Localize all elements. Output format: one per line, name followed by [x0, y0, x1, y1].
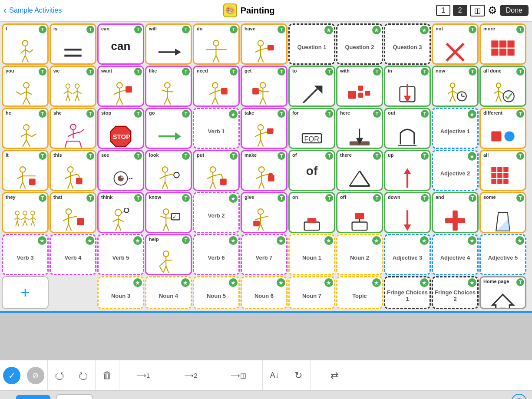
cell-they[interactable]: Tthey — [2, 192, 49, 233]
settings-button[interactable]: ⚙ — [488, 4, 497, 16]
cell-adjective-2[interactable]: ★ Adjective 2 — [432, 150, 479, 191]
cell-with[interactable]: Twith — [336, 66, 383, 107]
cell-out[interactable]: Tout — [384, 108, 431, 149]
cell-noun-6[interactable]: ★ Noun 6 — [241, 276, 287, 309]
cell-verb-5[interactable]: ★ Verb 5 — [97, 234, 144, 275]
cell-more[interactable]: Tmore — [479, 23, 526, 65]
cell-think[interactable]: Tthink — [97, 192, 144, 233]
cell-some[interactable]: Tsome — [479, 192, 526, 233]
help-button[interactable]: ? — [511, 394, 527, 399]
cell-will[interactable]: Twill — [145, 23, 192, 65]
cell-help[interactable]: Thelp — [145, 234, 192, 275]
cell-up[interactable]: Tup — [384, 150, 431, 191]
cell-noun-4[interactable]: ★ Noun 4 — [145, 276, 192, 309]
cell-do[interactable]: Tdo — [193, 23, 240, 65]
refresh-button[interactable]: ↻ — [287, 360, 311, 390]
cell-question-2[interactable]: ★ Question 2 — [336, 23, 383, 65]
cell-stop[interactable]: Tstop STOP — [97, 108, 144, 149]
pages-icon[interactable]: ◫ — [470, 5, 485, 16]
cell-here[interactable]: There — [336, 108, 383, 149]
svg-line-18 — [255, 49, 261, 52]
cell-can[interactable]: Tcan can — [97, 23, 144, 65]
button-type-button[interactable]: Button — [16, 395, 50, 399]
cell-it[interactable]: Tit — [2, 150, 49, 191]
cell-of[interactable]: Tof of — [288, 150, 335, 191]
back-button[interactable]: ‹ Sample Activities — [3, 5, 62, 16]
cell-that[interactable]: Tthat — [50, 192, 96, 233]
cell-noun-3[interactable]: ★ Noun 3 — [97, 276, 144, 309]
cell-question-1[interactable]: ★ Question 1 — [288, 23, 335, 65]
cell-adjective-5[interactable]: ★ Adjective 5 — [479, 234, 526, 275]
cell-give[interactable]: Tgive — [241, 192, 287, 233]
cell-adjective-1[interactable]: ★ Adjective 1 — [432, 108, 479, 149]
cell-verb-1[interactable]: ★ Verb 1 — [193, 108, 240, 149]
cell-this[interactable]: Tthis — [50, 150, 96, 191]
cell-make[interactable]: Tmake — [241, 150, 287, 191]
cell-put[interactable]: Tput — [193, 150, 240, 191]
cell-go[interactable]: Tgo — [145, 108, 192, 149]
cell-not[interactable]: Tnot — [432, 23, 479, 65]
cell-label-text: Noun 3 — [109, 293, 132, 299]
cell-noun-7[interactable]: ★ Noun 7 — [288, 276, 335, 309]
add-cell-button[interactable]: + — [2, 276, 49, 309]
cell-to[interactable]: Tto — [288, 66, 335, 107]
cell-adjective-4[interactable]: ★ Adjective 4 — [432, 234, 479, 275]
cell-adjective-3[interactable]: ★ Adjective 3 — [384, 234, 431, 275]
done-button[interactable]: Done — [500, 5, 529, 16]
cell-home-page[interactable]: THome page — [479, 276, 526, 309]
cell-label-text: there — [340, 152, 352, 158]
cell-look[interactable]: Tlook — [145, 150, 192, 191]
folder-type-button[interactable]: Folder — [56, 394, 93, 399]
import-button[interactable]: ⭯ — [48, 360, 72, 390]
cell-you[interactable]: Tyou — [2, 66, 49, 107]
cell-on[interactable]: Ton — [288, 192, 335, 233]
cell-verb-6[interactable]: ★ Verb 6 — [193, 234, 240, 275]
cell-there[interactable]: Tthere — [336, 150, 383, 191]
cell-he[interactable]: The — [2, 108, 49, 149]
check-button[interactable]: ✓ — [0, 360, 24, 390]
cell-take[interactable]: Ttake — [241, 108, 287, 149]
cell-all-done[interactable]: Tall done — [479, 66, 526, 107]
cell-she[interactable]: Tshe — [50, 108, 96, 149]
cell-verb-4[interactable]: ★ Verb 4 — [50, 234, 96, 275]
sort-button[interactable]: A↓ — [263, 360, 287, 390]
cell-verb-2[interactable]: ★ Verb 2 — [193, 192, 240, 233]
move-page2-button[interactable]: ⟶2 — [167, 360, 215, 390]
cell-down[interactable]: Tdown — [384, 192, 431, 233]
cell-different[interactable]: Tdifferent — [479, 108, 526, 149]
cell-want[interactable]: Twant — [97, 66, 144, 107]
cell-is[interactable]: Tis — [50, 23, 96, 65]
cell-get[interactable]: Tget — [241, 66, 287, 107]
cell-know[interactable]: Tknow ✓ — [145, 192, 192, 233]
cell-see[interactable]: Tsee — [97, 150, 144, 191]
cell-for[interactable]: Tfor FOR: — [288, 108, 335, 149]
cell-i[interactable]: TI — [2, 23, 49, 65]
cell-we[interactable]: Twe — [50, 66, 96, 107]
page-2-btn[interactable]: 2 — [453, 5, 467, 16]
cell-noun-5[interactable]: ★ Noun 5 — [193, 276, 240, 309]
cell-all[interactable]: Tall — [479, 150, 526, 191]
delete-button[interactable]: 🗑 — [96, 360, 119, 390]
cell-fringe-choices-1[interactable]: ★ Fringe Choices 1 — [384, 276, 431, 309]
page-1-btn[interactable]: 1 — [436, 5, 450, 16]
cell-verb-7[interactable]: ★ Verb 7 — [241, 234, 287, 275]
cell-now[interactable]: Tnow — [432, 66, 479, 107]
cell-noun-2[interactable]: ★ Noun 2 — [336, 234, 383, 275]
move-page1-button[interactable]: ⟶1 — [119, 360, 167, 390]
cell-like[interactable]: Tlike — [145, 66, 192, 107]
cell-verb-3[interactable]: ★ Verb 3 — [2, 234, 49, 275]
cell-off[interactable]: Toff — [336, 192, 383, 233]
cell-have[interactable]: Thave — [241, 23, 287, 65]
cell-noun-1[interactable]: ★ Noun 1 — [288, 234, 335, 275]
cell-topic[interactable]: ★ Topic — [336, 276, 383, 309]
cell-question-3[interactable]: ★ Question 3 — [384, 23, 431, 65]
copy-button[interactable]: ⭮ — [72, 360, 96, 390]
cell-fringe-choices-2[interactable]: ★ Fringe Choices 2 — [432, 276, 479, 309]
cell-and[interactable]: Tand — [432, 192, 479, 233]
cell-need[interactable]: Tneed — [193, 66, 240, 107]
swap-button[interactable]: ⇄ — [322, 360, 347, 390]
cancel-button[interactable]: ⊘ — [24, 360, 48, 390]
move-page-button[interactable]: ⟶◫ — [215, 360, 262, 390]
cell-in[interactable]: Tin — [384, 66, 431, 107]
chevron-up-icon[interactable]: ∧ — [5, 396, 12, 399]
